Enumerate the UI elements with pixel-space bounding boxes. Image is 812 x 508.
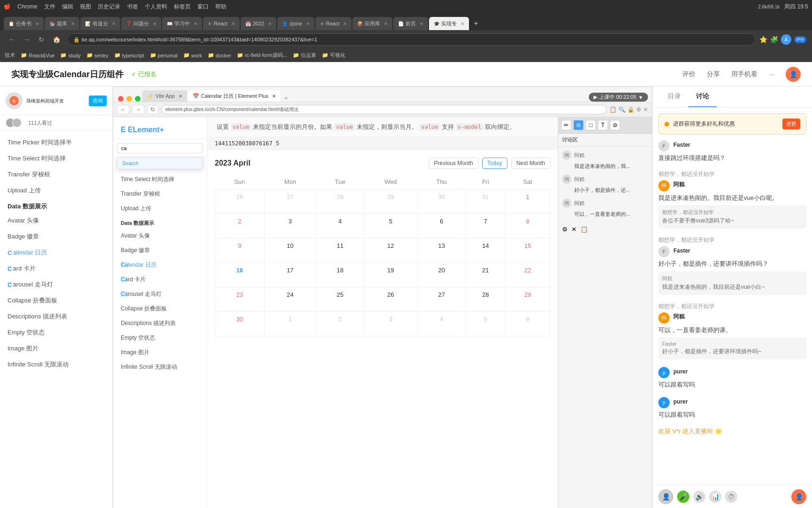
tab-close-5[interactable]: ✕ [231,21,235,26]
bookmark-personal[interactable]: 📁 personal [150,52,178,58]
sidebar-avatar[interactable]: Avatar 头像 [0,213,112,229]
live-timer-btn[interactable]: ⏱ [725,491,737,503]
inner-icon-3[interactable]: 🔒 [627,106,634,113]
calendar-cell-0-6[interactable]: 1 [505,190,550,214]
calendar-cell-5-2[interactable]: 2 [316,312,364,336]
el-search-input[interactable] [117,143,203,153]
tab-8[interactable]: ⚛ React ✕ [315,17,352,30]
apple-menu[interactable]: 🍎 [4,3,11,10]
calendar-cell-5-5[interactable]: 5 [466,312,505,336]
el-nav-card[interactable]: Card 卡片 [113,272,207,287]
address-bar[interactable]: 🔒 ke.qq.com/webcourse/index.html#cid=367… [67,33,756,46]
user-avatar[interactable]: 👤 [786,67,801,82]
calendar-cell-1-0[interactable]: 2 [215,214,265,238]
calendar-cell-1-6[interactable]: 8 [505,214,550,238]
el-nav-image[interactable]: Image 图片 [113,345,207,360]
tab-close-4[interactable]: ✕ [194,21,197,26]
sidebar-descriptions[interactable]: Descriptions 描述列表 [0,309,112,325]
el-nav-time-select[interactable]: Time Select 时间选择 [113,172,207,187]
sidebar-image[interactable]: Image 图片 [0,341,112,357]
tab-5[interactable]: ⚛ React ✕ [203,17,240,30]
inner-tab-close-1[interactable]: ✕ [272,94,276,99]
calendar-cell-4-4[interactable]: 27 [417,287,466,312]
calendar-cell-2-6[interactable]: 15 [505,238,550,263]
discuss-icon-2[interactable]: ✕ [571,226,577,233]
menu-file[interactable]: 文件 [44,3,55,11]
new-tab-button[interactable]: + [470,17,482,30]
inner-icon-5[interactable]: ✕ [643,106,648,113]
calendar-cell-0-3[interactable]: 29 [364,190,417,214]
el-nav-collapse[interactable]: Collapse 折叠面板 [113,302,207,316]
el-nav-transfer[interactable]: Transfer 穿梭框 [113,187,207,201]
calendar-cell-4-1[interactable]: 24 [264,287,316,312]
el-nav-calendar[interactable]: Calendar 日历 [113,258,207,272]
el-nav-infinite[interactable]: Infinite Scroll 无限滚动 [113,360,207,374]
tab-close-1[interactable]: ✕ [71,21,75,26]
sidebar-calendar[interactable]: Calendar 日历 [0,245,112,261]
bookmark-visual[interactable]: 📁 可视化 [322,52,345,59]
tab-contents[interactable]: 目录 [660,87,688,107]
inner-back-btn[interactable]: ← [117,105,129,114]
calendar-cell-2-2[interactable]: 11 [316,238,364,263]
tab-9[interactable]: 📦 应用库 ✕ [352,17,392,30]
calendar-cell-4-6[interactable]: 29 [505,287,550,312]
calendar-cell-0-0[interactable]: 26 [215,190,265,214]
live-stats-btn[interactable]: 📊 [709,491,721,503]
bookmark-study[interactable]: 📁 study [60,52,80,58]
tab-close-7[interactable]: ✕ [306,21,310,26]
el-nav-carousel[interactable]: Carousel 走马灯 [113,287,207,302]
mobile-action[interactable]: 用手机看 [731,70,757,79]
bookmark-bitop[interactable]: 📁 位运算 [293,52,316,59]
extensions-icon[interactable]: 🧩 [770,36,778,43]
tab-close-10[interactable]: ✕ [420,21,423,26]
el-nav-empty[interactable]: Empty 空状态 [113,331,207,345]
ann-select-tool[interactable]: ⊘ [573,120,584,130]
reload-button[interactable]: ↻ [36,34,47,45]
inner-reload-btn[interactable]: ↻ [147,105,158,114]
sidebar-carousel[interactable]: Carousel 走马灯 [0,277,112,293]
tab-4[interactable]: 📖 学习中 ✕ [162,17,202,30]
calendar-cell-4-2[interactable]: 25 [316,287,364,312]
el-nav-descriptions[interactable]: Descriptions 描述列表 [113,316,207,331]
calendar-cell-0-4[interactable]: 30 [417,190,466,214]
back-button[interactable]: ← [6,34,18,45]
inner-close-dot[interactable] [118,96,124,102]
menu-window[interactable]: 窗口 [197,3,209,11]
sidebar-badge[interactable]: Badge 徽章 [0,229,112,245]
bookmark-icon[interactable]: ⭐ [759,36,767,43]
inner-icon-4[interactable]: ⚙ [636,106,641,113]
calendar-cell-2-1[interactable]: 10 [264,238,316,263]
tab-3[interactable]: ❓ 问题分 ✕ [121,17,161,30]
sidebar-collapse[interactable]: Collapse 折叠面板 [0,293,112,309]
calendar-cell-0-2[interactable]: 28 [316,190,364,214]
inner-icon-2[interactable]: 🔍 [618,106,625,113]
calendar-cell-2-0[interactable]: 9 [215,238,265,263]
calendar-cell-3-3[interactable]: 19 [364,263,417,287]
ann-delete-tool[interactable]: ⊘ [610,120,620,130]
menu-profile[interactable]: 个人资料 [145,3,167,11]
calendar-cell-5-1[interactable]: 1 [264,312,316,336]
sidebar-card[interactable]: Card 卡片 [0,261,112,277]
inner-tab-vite[interactable]: ⚡ Vite App ✕ [142,90,187,102]
search-result-1[interactable]: Search [117,158,203,169]
sidebar-empty[interactable]: Empty 空状态 [0,325,112,341]
home-button[interactable]: 🏠 [50,34,63,45]
live-mic-btn[interactable]: 🎤 [677,491,689,503]
calendar-cell-3-6[interactable]: 22 [505,263,550,287]
menu-view[interactable]: 视图 [80,3,91,11]
tab-close-2[interactable]: ✕ [112,21,116,26]
calendar-cell-3-0[interactable]: 16 [215,263,265,287]
bookmark-tech[interactable]: 技术 [5,52,15,59]
ann-text-tool[interactable]: T [598,120,608,130]
tab-1[interactable]: 📚 题库 ✕ [45,17,79,30]
inner-min-dot[interactable] [126,96,132,102]
tab-7[interactable]: 👤 zjone ✕ [277,17,314,30]
el-nav-badge[interactable]: Badge 徽章 [113,243,207,258]
inner-address-bar[interactable]: element-plus.gitee.io/zh-CN/component/ca… [161,105,607,114]
tab-6[interactable]: 📅 2022 ✕ [241,17,276,30]
tab-2[interactable]: 📝 有道云 ✕ [80,17,120,30]
calendar-cell-3-4[interactable]: 20 [417,263,466,287]
inner-tab-add[interactable]: + [281,95,291,102]
sidebar-time-picker[interactable]: Time Picker 时间选择半 [0,135,112,151]
tab-close-0[interactable]: ✕ [35,21,39,26]
